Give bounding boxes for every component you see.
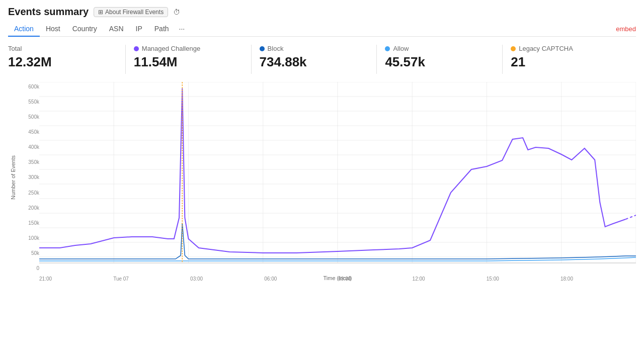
book-icon: ⊞ [98,9,103,16]
x-tick [634,276,636,282]
stat-total-value: 12.32M [8,54,117,70]
stats-row: Total 12.32M Managed Challenge 11.54M Bl… [8,45,636,74]
chart-svg [39,82,636,273]
stat-managed-challenge: Managed Challenge 11.54M [134,45,252,74]
stat-legacy-captcha-label: Legacy CAPTCHA [511,45,620,52]
y-tick: 0 [18,265,39,271]
page-title: Events summary [8,6,89,18]
y-tick: 50k [18,250,39,256]
tab-more[interactable]: ··· [175,22,189,37]
tab-path[interactable]: Path [148,22,175,37]
y-tick: 250k [18,190,39,196]
stat-total-label: Total [8,45,117,52]
embed-link[interactable]: embed [616,25,636,33]
stat-managed-challenge-label: Managed Challenge [134,45,243,52]
about-firewall-events-button[interactable]: ⊞ About Firewall Events [94,7,168,17]
x-axis-ticks: 21:00 Tue 07 03:00 06:00 09:00 12:00 15:… [39,276,636,282]
x-tick: 09:00 [338,276,351,282]
x-tick: 06:00 [264,276,277,282]
page-header: Events summary ⊞ About Firewall Events ⏱ [8,6,636,18]
stat-managed-challenge-value: 11.54M [134,54,243,70]
tab-bar: Action Host Country ASN IP Path ··· embe… [8,22,636,37]
y-tick: 450k [18,129,39,135]
y-tick: 300k [18,174,39,180]
chart-container: Number of Events 600k 550k 500k 450k 400… [8,82,636,298]
x-tick: 03:00 [190,276,203,282]
stat-allow-value: 45.57k [385,54,494,70]
managed-challenge-line [39,88,626,253]
x-tick: 21:00 [39,276,52,282]
managed-challenge-dot [134,46,139,51]
allow-dot [385,46,390,51]
x-tick: 15:00 [487,276,499,282]
stat-total: Total 12.32M [8,45,126,74]
y-tick: 350k [18,159,39,165]
y-tick: 550k [18,99,39,105]
stat-allow-label: Allow [385,45,494,52]
tab-host[interactable]: Host [40,22,66,37]
y-tick: 400k [18,144,39,150]
stat-block: Block 734.88k [260,45,377,74]
x-tick: 12:00 [413,276,425,282]
stat-allow: Allow 45.57k [385,45,503,74]
tab-action[interactable]: Action [8,22,40,37]
x-tick: Tue 07 [113,276,129,282]
stat-block-label: Block [260,45,369,52]
block-dot [260,46,265,51]
x-tick: 18:00 [560,276,573,282]
y-axis-label: Number of Events [10,155,16,200]
tab-asn[interactable]: ASN [103,22,130,37]
y-tick: 200k [18,205,39,211]
stat-legacy-captcha-value: 21 [511,54,620,70]
tab-ip[interactable]: IP [130,22,148,37]
y-tick: 600k [18,84,39,89]
managed-challenge-line-dashed [626,215,636,219]
stat-block-value: 734.88k [260,54,369,70]
clock-icon[interactable]: ⏱ [173,8,180,16]
y-tick: 100k [18,235,39,241]
y-tick: 500k [18,114,39,120]
y-tick: 150k [18,220,39,226]
stat-legacy-captcha: Legacy CAPTCHA 21 [511,45,628,74]
tab-country[interactable]: Country [66,22,103,37]
legacy-captcha-dot [511,46,516,51]
